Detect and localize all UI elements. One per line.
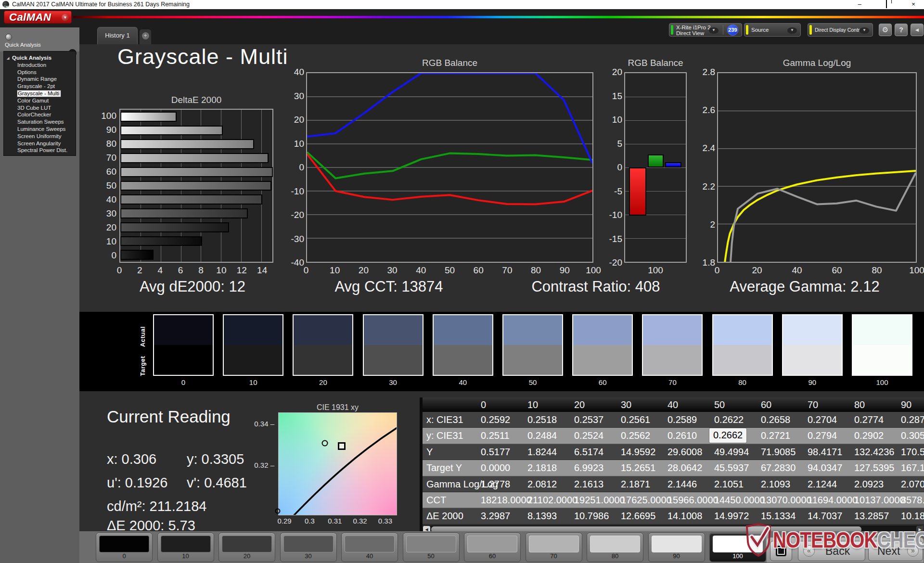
table-cell[interactable]: 0.0000 — [481, 460, 510, 476]
level-patch-button-70[interactable]: 70 — [526, 533, 582, 562]
table-cell[interactable]: 0.2658 — [761, 412, 790, 428]
sidebar-item-spectral-power-dist-[interactable]: Spectral Power Dist. — [4, 147, 76, 154]
level-patch-button-50[interactable]: 50 — [403, 533, 460, 562]
table-cell[interactable]: 0.5177 — [481, 444, 510, 460]
level-patch-button-90[interactable]: 90 — [648, 533, 705, 562]
table-cell[interactable]: 71.9085 — [761, 444, 796, 460]
level-patch-button-0[interactable]: 0 — [96, 533, 153, 562]
table-cell[interactable]: 98.4171 — [808, 444, 842, 460]
table-cell[interactable]: 2.1244 — [808, 476, 837, 492]
source-dropdown[interactable]: Source ▼ — [744, 23, 801, 37]
settings-button[interactable]: ⚙ — [879, 24, 892, 36]
sidebar-item-color-gamut[interactable]: Color Gamut — [4, 97, 76, 104]
table-cell[interactable]: 14.9592 — [621, 444, 655, 460]
table-cell[interactable]: 0.2537 — [574, 412, 603, 428]
table-cell[interactable]: 6.5174 — [574, 444, 603, 460]
restore-button[interactable] — [876, 0, 897, 9]
table-cell[interactable]: 17625.0000 — [621, 492, 672, 508]
table-cell[interactable]: 14.9972 — [714, 508, 749, 524]
level-patch-button-10[interactable]: 10 — [157, 533, 214, 562]
table-cell[interactable]: 49.4994 — [714, 444, 749, 460]
table-cell[interactable]: 0.2561 — [621, 412, 650, 428]
workflow-radio-icon[interactable] — [5, 34, 12, 40]
table-cell[interactable]: 0.2562 — [621, 428, 650, 444]
table-cell[interactable]: 0.2662 — [709, 428, 746, 442]
table-cell[interactable]: 0.2592 — [481, 412, 510, 428]
tab-history-1[interactable]: History 1 — [97, 27, 138, 44]
sidebar-item-screen-angularity[interactable]: Screen Angularity — [4, 140, 76, 147]
sidebar-item-screen-uniformity[interactable]: Screen Uniformity — [4, 133, 76, 140]
table-cell[interactable]: 11694.0000 — [808, 492, 858, 508]
sidebar-item-root[interactable]: Quick Analysis — [4, 54, 76, 62]
table-cell[interactable]: 12.6695 — [621, 508, 655, 524]
table-cell[interactable]: 45.5937 — [714, 460, 749, 476]
table-cell[interactable]: 67.2830 — [761, 460, 796, 476]
level-patch-button-40[interactable]: 40 — [341, 533, 398, 562]
table-cell[interactable]: 21102.0000 — [527, 492, 578, 508]
level-patch-button-30[interactable]: 30 — [280, 533, 337, 562]
sidebar-item-luminance-sweeps[interactable]: Luminance Sweeps — [4, 126, 76, 133]
sidebar-item-colorchecker[interactable]: ColorChecker — [4, 111, 76, 118]
table-cell[interactable]: 10.7986 — [574, 508, 609, 524]
table-cell[interactable]: 2.0923 — [854, 476, 884, 492]
level-patch-button-60[interactable]: 60 — [464, 533, 521, 562]
table-cell[interactable]: 8578.00 — [901, 492, 924, 508]
sidebar-item-grayscale-2pt[interactable]: Grayscale - 2pt — [4, 83, 76, 90]
table-cell[interactable]: 2.1613 — [574, 476, 603, 492]
sidebar-item-dynamic-range[interactable]: Dynamic Range — [4, 76, 76, 83]
table-cell[interactable]: 0.2721 — [761, 428, 790, 444]
sidebar-item-grayscale-multi[interactable]: Grayscale - Multi — [4, 90, 76, 97]
table-cell[interactable]: 14.1008 — [667, 508, 702, 524]
table-cell[interactable]: 8.1393 — [527, 508, 557, 524]
table-cell[interactable]: 167.136 — [901, 460, 924, 476]
table-cell[interactable]: 0.2704 — [808, 412, 837, 428]
table-cell[interactable]: 0.2622 — [714, 412, 744, 428]
table-cell[interactable]: 0.2518 — [527, 412, 557, 428]
table-cell[interactable]: 1.2778 — [481, 476, 510, 492]
table-cell[interactable]: 1.8244 — [527, 444, 557, 460]
table-cell[interactable]: 0.2794 — [808, 428, 837, 444]
table-cell[interactable]: 10137.0000 — [854, 492, 905, 508]
display-control-dropdown[interactable]: Direct Display Control ▼ — [808, 23, 873, 37]
table-cell[interactable]: 2.1051 — [714, 476, 744, 492]
sidebar-item-introduction[interactable]: Introduction — [4, 62, 76, 69]
table-cell[interactable]: 2.1093 — [761, 476, 790, 492]
table-cell[interactable]: 0.2610 — [667, 428, 697, 444]
meter-dropdown[interactable]: X-Rite i1Pro 2 Direct View ▼ 239 — [669, 23, 742, 37]
help-button[interactable]: ? — [895, 24, 908, 36]
level-patch-button-80[interactable]: 80 — [587, 533, 643, 562]
table-cell[interactable]: 0.2902 — [854, 428, 884, 444]
table-cell[interactable]: 94.0347 — [808, 460, 842, 476]
table-cell[interactable]: 3.2987 — [481, 508, 510, 524]
table-cell[interactable]: 0.2876 — [901, 412, 924, 428]
table-cell[interactable]: 19251.0000 — [574, 492, 625, 508]
sidebar-item-saturation-sweeps[interactable]: Saturation Sweeps — [4, 118, 76, 126]
table-cell[interactable]: 15966.0000 — [667, 492, 719, 508]
table-cell[interactable]: 2.0812 — [527, 476, 557, 492]
table-cell[interactable]: 0.3052 — [901, 428, 924, 444]
table-cell[interactable]: 170.586 — [901, 444, 924, 460]
table-cell[interactable]: 132.4236 — [854, 444, 894, 460]
calman-logo-button[interactable]: CalMAN ▼ — [4, 11, 72, 24]
table-cell[interactable]: 0.2524 — [574, 428, 603, 444]
table-cell[interactable]: 0.2484 — [527, 428, 557, 444]
minimize-button[interactable]: – — [849, 0, 870, 9]
table-cell[interactable]: 14450.0000 — [714, 492, 765, 508]
table-cell[interactable]: 0.2774 — [854, 412, 884, 428]
table-cell[interactable]: 15.2651 — [621, 460, 655, 476]
table-cell[interactable]: 127.5395 — [854, 460, 894, 476]
level-patch-button-20[interactable]: 20 — [218, 533, 275, 562]
table-cell[interactable]: 2.1446 — [667, 476, 697, 492]
table-cell[interactable]: 6.9923 — [574, 460, 603, 476]
table-cell[interactable]: 2.0706 — [901, 476, 924, 492]
close-button[interactable]: × — [903, 0, 924, 9]
table-cell[interactable]: 13070.0000 — [761, 492, 812, 508]
sidebar-item-3d-cube-lut[interactable]: 3D Cube LUT — [4, 104, 76, 112]
table-cell[interactable]: 2.1871 — [621, 476, 650, 492]
meter-count-badge[interactable]: 239 — [727, 25, 738, 36]
sidebar-item-options[interactable]: Options — [4, 69, 76, 76]
table-cell[interactable]: 2.1818 — [527, 460, 557, 476]
table-cell[interactable]: 18218.0000 — [481, 492, 532, 508]
table-cell[interactable]: 28.0642 — [667, 460, 702, 476]
table-cell[interactable]: 0.2589 — [667, 412, 697, 428]
